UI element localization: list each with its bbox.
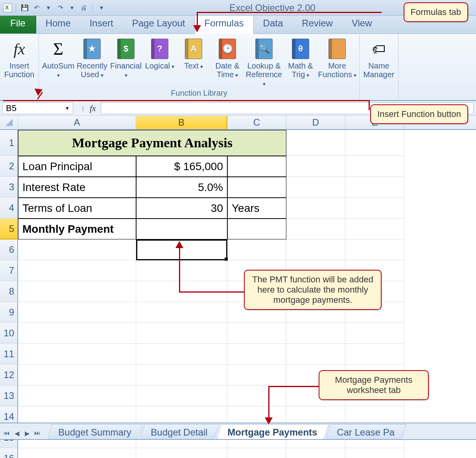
- row-header-13[interactable]: 13: [0, 386, 18, 406]
- cell-A6[interactable]: [18, 239, 136, 260]
- select-all-button[interactable]: [0, 116, 18, 129]
- row-header-16[interactable]: 16: [0, 448, 18, 458]
- cell-E1[interactable]: [345, 130, 404, 156]
- column-header-C[interactable]: C: [227, 116, 286, 129]
- cell-E16[interactable]: [345, 448, 404, 458]
- cell-A12[interactable]: [18, 365, 136, 386]
- cell-B12[interactable]: [136, 365, 227, 386]
- cell-A2[interactable]: Loan Principal: [18, 156, 136, 177]
- autosum-button[interactable]: Σ AutoSum: [41, 35, 75, 87]
- cell-B2[interactable]: $ 165,000: [136, 156, 227, 177]
- row-header-1[interactable]: 1: [0, 130, 18, 156]
- cell-E6[interactable]: [345, 239, 404, 260]
- text-button[interactable]: A Text: [177, 35, 210, 87]
- cell-A8[interactable]: [18, 281, 136, 302]
- cell-B10[interactable]: [136, 323, 227, 344]
- sheet-tab-mortgage-payments[interactable]: Mortgage Payments: [216, 424, 328, 439]
- cell-A9[interactable]: [18, 302, 136, 323]
- row-header-9[interactable]: 9: [0, 302, 18, 323]
- cell-B16[interactable]: [136, 448, 227, 458]
- undo-dropdown[interactable]: ▾: [44, 3, 53, 13]
- sheet-tab-car-lease[interactable]: Car Lease Pa: [325, 424, 406, 439]
- cell-E11[interactable]: [345, 344, 404, 365]
- financial-button[interactable]: $ Financial: [109, 35, 143, 87]
- cell-A16[interactable]: [18, 448, 136, 458]
- column-header-B[interactable]: B: [136, 116, 227, 129]
- row-header-8[interactable]: 8: [0, 281, 18, 302]
- cell-A7[interactable]: [18, 260, 136, 281]
- cell-A10[interactable]: [18, 323, 136, 344]
- sheet-nav-prev[interactable]: ◀: [12, 427, 22, 439]
- tab-review[interactable]: Review: [292, 14, 342, 33]
- tab-file[interactable]: File: [0, 14, 36, 33]
- insert-function-button[interactable]: fx Insert Function: [2, 35, 36, 79]
- tab-view[interactable]: View: [342, 14, 382, 33]
- cell-D10[interactable]: [286, 323, 345, 344]
- cell-D4[interactable]: [286, 198, 345, 219]
- cell-A11[interactable]: [18, 344, 136, 365]
- row-header-6[interactable]: 6: [0, 239, 18, 260]
- undo-button[interactable]: ↶: [32, 3, 41, 13]
- row-header-5[interactable]: 5: [0, 219, 18, 239]
- cell-C6[interactable]: [227, 239, 286, 260]
- cell-D6[interactable]: [286, 239, 345, 260]
- quick-print-button[interactable]: 🖨: [79, 3, 89, 13]
- cell-C3[interactable]: [227, 177, 286, 198]
- cell-E2[interactable]: [345, 156, 404, 177]
- row-header-4[interactable]: 4: [0, 198, 18, 219]
- cell-C16[interactable]: [227, 448, 286, 458]
- cell-D16[interactable]: [286, 448, 345, 458]
- sheet-nav-last[interactable]: ⏭: [32, 427, 42, 439]
- cell-E3[interactable]: [345, 177, 404, 198]
- cell-E5[interactable]: [345, 219, 404, 239]
- column-header-D[interactable]: D: [286, 116, 345, 129]
- row-header-3[interactable]: 3: [0, 177, 18, 198]
- redo-button[interactable]: ↷: [55, 3, 65, 13]
- cell-A1-merged-title[interactable]: Mortgage Payment Analysis: [18, 130, 286, 156]
- cell-D1[interactable]: [286, 130, 345, 156]
- cell-C5[interactable]: [227, 219, 286, 239]
- tab-page-layout[interactable]: Page Layout: [123, 14, 195, 33]
- redo-dropdown[interactable]: ▾: [67, 3, 77, 13]
- name-manager-button[interactable]: 🏷 Name Manager: [362, 35, 396, 79]
- cell-B9[interactable]: [136, 302, 227, 323]
- cell-C12[interactable]: [227, 365, 286, 386]
- name-box[interactable]: B5 ▼: [2, 102, 73, 114]
- tab-insert[interactable]: Insert: [80, 14, 123, 33]
- tab-formulas[interactable]: Formulas: [195, 13, 254, 34]
- tab-data[interactable]: Data: [254, 14, 293, 33]
- cell-D5[interactable]: [286, 219, 345, 239]
- cell-D3[interactable]: [286, 177, 345, 198]
- cell-A4[interactable]: Terms of Loan: [18, 198, 136, 219]
- cell-E4[interactable]: [345, 198, 404, 219]
- cell-B7[interactable]: [136, 260, 227, 281]
- sheet-tab-budget-summary[interactable]: Budget Summary: [47, 424, 143, 439]
- cell-B3[interactable]: 5.0%: [136, 177, 227, 198]
- cell-C4[interactable]: Years: [227, 198, 286, 219]
- logical-button[interactable]: ? Logical: [143, 35, 177, 87]
- cell-C2[interactable]: [227, 156, 286, 177]
- sheet-nav-first[interactable]: ⏮: [2, 427, 12, 439]
- date-time-button[interactable]: 🕑 Date & Time: [210, 35, 244, 87]
- save-button[interactable]: 💾: [20, 3, 30, 13]
- cell-B5[interactable]: [136, 219, 227, 239]
- cell-D11[interactable]: [286, 344, 345, 365]
- cell-B4[interactable]: 30: [136, 198, 227, 219]
- customize-qat-button[interactable]: ▾: [97, 3, 106, 13]
- row-header-10[interactable]: 10: [0, 323, 18, 344]
- row-header-11[interactable]: 11: [0, 344, 18, 365]
- cell-C11[interactable]: [227, 344, 286, 365]
- more-functions-button[interactable]: More Functions: [317, 35, 357, 87]
- cell-A3[interactable]: Interest Rate: [18, 177, 136, 198]
- cell-A5[interactable]: Monthly Payment: [18, 219, 136, 239]
- sheet-nav-next[interactable]: ▶: [22, 427, 32, 439]
- name-box-dropdown-icon[interactable]: ▼: [65, 106, 70, 111]
- tab-home[interactable]: Home: [36, 14, 80, 33]
- cell-C10[interactable]: [227, 323, 286, 344]
- row-header-2[interactable]: 2: [0, 156, 18, 177]
- sheet-tab-budget-detail[interactable]: Budget Detail: [140, 424, 219, 439]
- fx-icon[interactable]: fx: [87, 103, 98, 113]
- cell-A13[interactable]: [18, 386, 136, 406]
- cell-B11[interactable]: [136, 344, 227, 365]
- column-header-A[interactable]: A: [18, 116, 136, 129]
